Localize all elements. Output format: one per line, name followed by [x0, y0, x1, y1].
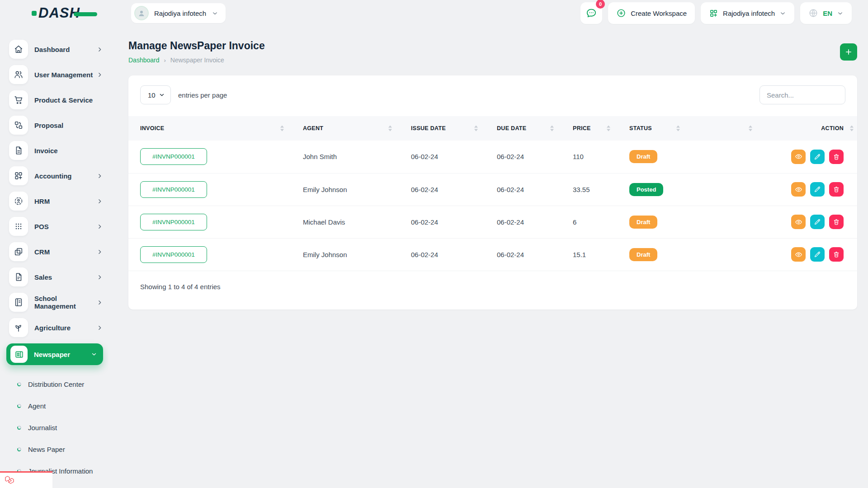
sidebar-subitem-news-paper[interactable]: News Paper — [17, 438, 103, 460]
sort-icon[interactable] — [280, 126, 284, 131]
bullet-icon — [17, 447, 21, 451]
sidebar-item-agriculture[interactable]: Agriculture — [9, 318, 103, 337]
app-root: DASH Rajodiya infotech 0 Create Workspac… — [0, 0, 868, 488]
chevron-right-icon — [96, 72, 103, 78]
edit-button[interactable] — [810, 150, 825, 164]
language-code: EN — [823, 9, 832, 17]
sidebar-item-newspaper[interactable]: Newspaper — [6, 343, 103, 365]
sort-icon[interactable] — [676, 126, 680, 131]
sidebar-subitem-agent[interactable]: Agent — [17, 395, 103, 417]
column-header-status[interactable]: STATUS — [618, 116, 687, 141]
create-workspace-button[interactable]: Create Workspace — [608, 2, 695, 24]
pos-icon — [9, 217, 28, 236]
column-header-due-date[interactable]: DUE DATE — [485, 116, 561, 141]
column-header-invoice[interactable]: INVOICE — [128, 116, 291, 141]
bullet-icon — [17, 425, 21, 430]
sort-icon[interactable] — [850, 126, 854, 131]
globe-icon — [808, 8, 818, 18]
sidebar-subitem-journalist[interactable]: Journalist — [17, 417, 103, 438]
chevron-down-icon — [779, 10, 786, 17]
edit-button[interactable] — [810, 215, 825, 229]
invoice-number-badge[interactable]: #INVNP000001 — [140, 181, 207, 198]
view-button[interactable] — [791, 247, 806, 262]
table-row: #INVNP000001 Michael Davis 06-02-24 06-0… — [128, 206, 857, 238]
school-icon — [9, 293, 28, 312]
column-header-action[interactable]: ACTION — [760, 116, 857, 141]
due-date-cell: 06-02-24 — [485, 206, 561, 238]
column-header-issue-date[interactable]: ISSUE DATE — [399, 116, 485, 141]
invoice-number-badge[interactable]: #INVNP000001 — [140, 148, 207, 165]
sort-icon[interactable] — [749, 126, 752, 131]
delete-button[interactable] — [829, 247, 844, 262]
add-invoice-button[interactable] — [840, 43, 857, 61]
trash-icon — [833, 186, 840, 193]
column-header-price[interactable]: PRICE — [561, 116, 618, 141]
sort-icon[interactable] — [474, 126, 478, 131]
delete-button[interactable] — [829, 182, 844, 197]
agent-cell: Emily Johnson — [291, 173, 399, 206]
view-button[interactable] — [791, 182, 806, 197]
user-silhouette-icon — [137, 9, 146, 17]
status-badge: Draft — [629, 216, 657, 229]
newspaper-icon — [10, 346, 28, 363]
sidebar-item-product-service[interactable]: Product & Service — [9, 90, 103, 109]
sort-icon[interactable] — [388, 126, 392, 131]
breadcrumb-dashboard-link[interactable]: Dashboard — [128, 56, 160, 64]
cart-icon — [9, 90, 28, 109]
messages-button[interactable]: 0 — [580, 2, 602, 24]
sidebar-item-hrm[interactable]: HRM — [9, 192, 103, 211]
sort-icon[interactable] — [607, 126, 610, 131]
chevron-right-icon — [96, 224, 103, 230]
laravel-icon — [4, 475, 15, 486]
logo-dash-bar — [74, 12, 97, 16]
bullet-icon — [17, 404, 21, 408]
sidebar-item-proposal[interactable]: Proposal — [9, 116, 103, 135]
sidebar-item-invoice[interactable]: Invoice — [9, 141, 103, 160]
view-button[interactable] — [791, 150, 806, 164]
workspace-selector[interactable]: Rajodiya infotech — [131, 3, 226, 23]
logo-dot — [32, 11, 37, 16]
column-header-extra[interactable] — [687, 116, 760, 141]
newspaper-submenu: Distribution Center Agent Journalist New… — [9, 371, 103, 482]
chevron-right-icon — [96, 198, 103, 204]
sidebar-item-sales[interactable]: Sales — [9, 267, 103, 286]
trash-icon — [833, 251, 840, 258]
agriculture-icon — [9, 318, 28, 337]
column-header-agent[interactable]: AGENT — [291, 116, 399, 141]
delete-button[interactable] — [829, 150, 844, 164]
edit-button[interactable] — [810, 182, 825, 197]
entries-per-page-select[interactable]: 10 — [140, 85, 171, 104]
main-content: Manage NewsPaper Invoice Dashboard › New… — [108, 26, 868, 310]
grid-plus-icon — [709, 9, 718, 18]
sidebar-item-school-management[interactable]: School Management — [9, 293, 103, 312]
search-input[interactable] — [760, 85, 845, 104]
sidebar-subitem-distribution-center[interactable]: Distribution Center — [17, 373, 103, 395]
page-title: Manage NewsPaper Invoice — [128, 40, 265, 52]
pencil-icon — [814, 251, 821, 258]
bullet-icon — [17, 382, 21, 386]
sidebar-item-pos[interactable]: POS — [9, 217, 103, 236]
status-badge: Draft — [629, 150, 657, 163]
delete-button[interactable] — [829, 215, 844, 229]
table-row: #INVNP000001 Emily Johnson 06-02-24 06-0… — [128, 238, 857, 271]
plus-circle-icon — [616, 8, 626, 18]
top-bar: DASH Rajodiya infotech 0 Create Workspac… — [0, 0, 868, 26]
company-selector[interactable]: Rajodiya infotech — [701, 2, 794, 24]
edit-button[interactable] — [810, 247, 825, 262]
invoice-number-badge[interactable]: #INVNP000001 — [140, 246, 207, 263]
row-actions — [771, 150, 844, 164]
laravel-debugbar-toggle[interactable] — [0, 471, 52, 488]
invoice-number-badge[interactable]: #INVNP000001 — [140, 214, 207, 230]
chevron-right-icon — [96, 249, 103, 255]
sort-icon[interactable] — [550, 126, 554, 131]
chevron-down-icon — [212, 10, 218, 17]
chevron-down-icon — [90, 351, 98, 357]
language-selector[interactable]: EN — [800, 2, 852, 24]
row-actions — [771, 182, 844, 197]
sidebar-item-accounting[interactable]: Accounting — [9, 166, 103, 185]
sidebar-item-crm[interactable]: CRM — [9, 242, 103, 261]
sidebar-item-user-management[interactable]: User Management — [9, 65, 103, 84]
view-button[interactable] — [791, 215, 806, 229]
invoice-table: INVOICE AGENT ISSUE DATE DUE DATE PRICE … — [128, 116, 857, 271]
sidebar-item-dashboard[interactable]: Dashboard — [9, 40, 103, 59]
